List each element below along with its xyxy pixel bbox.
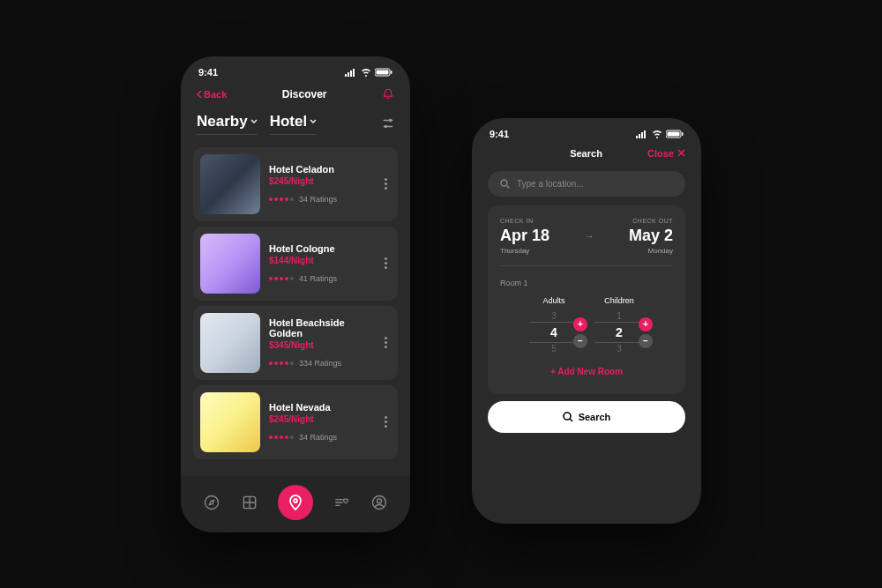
filter-bar: Nearby Hotel xyxy=(181,109,410,144)
status-time: 9:41 xyxy=(198,67,218,78)
search-button[interactable]: Search xyxy=(488,401,685,433)
chevron-down-icon xyxy=(250,119,258,123)
hotel-info: Hotel Beachside Golden $345/Night 334 Ra… xyxy=(269,317,372,368)
svg-point-13 xyxy=(501,180,507,186)
filter-nearby[interactable]: Nearby xyxy=(197,113,258,135)
rating-dots xyxy=(269,361,294,365)
status-time: 9:41 xyxy=(490,129,509,139)
add-room-button[interactable]: + Add New Room xyxy=(500,367,673,376)
children-counter[interactable]: Children 1 2 3 + − xyxy=(594,296,644,354)
hotel-name: Hotel Cologne xyxy=(269,243,372,254)
filter-nearby-label: Nearby xyxy=(197,113,248,130)
hotel-name: Hotel Beachside Golden xyxy=(269,317,372,339)
children-buttons: + − xyxy=(639,317,653,348)
sliders-icon[interactable] xyxy=(382,117,394,130)
adults-current: 4 xyxy=(529,322,579,343)
battery-icon xyxy=(375,68,392,77)
children-plus-button[interactable]: + xyxy=(639,317,653,331)
hotel-info: Hotel Nevada $245/Night 34 Ratings xyxy=(269,402,372,442)
svg-point-9 xyxy=(377,498,381,502)
location-input[interactable]: Type a location... xyxy=(488,171,685,197)
checkin-column[interactable]: CHECK IN Apr 18 Thursday xyxy=(500,218,549,255)
more-icon[interactable] xyxy=(381,257,391,269)
more-icon[interactable] xyxy=(381,416,391,428)
adults-plus-button[interactable]: + xyxy=(573,317,587,331)
location-button[interactable] xyxy=(278,485,313,520)
close-icon xyxy=(677,149,685,157)
hotel-card[interactable]: Hotel Nevada $245/Night 34 Ratings xyxy=(193,385,398,459)
checkin-date: Apr 18 xyxy=(500,227,549,245)
bell-icon[interactable] xyxy=(382,88,394,100)
add-room-label: + Add New Room xyxy=(550,367,623,376)
more-icon[interactable] xyxy=(381,337,391,348)
search-screen: 9:41 Search Close Type a location... CHE… xyxy=(472,118,701,524)
hotel-name: Hotel Nevada xyxy=(269,402,372,413)
checkout-date: May 2 xyxy=(629,227,673,245)
compass-icon[interactable] xyxy=(203,494,220,511)
grid-icon[interactable] xyxy=(241,494,258,511)
rating-count: 334 Ratings xyxy=(299,359,341,368)
rating-dots xyxy=(269,277,294,280)
hotel-price: $245/Night xyxy=(269,414,372,424)
children-label: Children xyxy=(594,296,644,305)
hotel-info: Hotel Cologne $144/Night 41 Ratings xyxy=(269,243,372,283)
adults-picker[interactable]: 3 4 5 xyxy=(529,310,579,354)
hotel-card[interactable]: Hotel Celadon $245/Night 34 Ratings xyxy=(193,147,398,221)
hotel-card[interactable]: Hotel Beachside Golden $345/Night 334 Ra… xyxy=(193,306,398,380)
nav-bar: Back Discover xyxy=(181,83,410,109)
filter-hotel[interactable]: Hotel xyxy=(270,113,318,135)
svg-rect-11 xyxy=(668,131,680,136)
children-current: 2 xyxy=(594,322,644,343)
close-button[interactable]: Close xyxy=(647,148,685,159)
arrow-right-icon: → xyxy=(584,230,594,242)
adults-minus-button[interactable]: − xyxy=(573,334,587,348)
search-icon xyxy=(563,412,573,422)
adults-buttons: + − xyxy=(573,317,587,348)
rating-dots xyxy=(269,435,294,439)
children-minus-button[interactable]: − xyxy=(639,334,653,348)
room-label: Room 1 xyxy=(500,279,673,287)
children-picker[interactable]: 1 2 3 xyxy=(594,310,644,354)
profile-icon[interactable] xyxy=(370,494,388,511)
checkout-column[interactable]: CHECK OUT May 2 Monday xyxy=(629,218,673,255)
hotel-info: Hotel Celadon $245/Night 34 Ratings xyxy=(269,164,372,204)
battery-icon xyxy=(666,130,684,138)
adults-prev: 3 xyxy=(551,310,557,322)
hotel-image xyxy=(200,154,260,214)
adults-label: Adults xyxy=(529,296,579,305)
hotel-price: $345/Night xyxy=(269,340,372,350)
counter-row: Adults 3 4 5 + − Children 1 2 3 xyxy=(500,296,673,354)
adults-next: 5 xyxy=(551,343,557,354)
back-button[interactable]: Back xyxy=(197,89,227,100)
back-label: Back xyxy=(204,89,227,100)
hotel-price: $144/Night xyxy=(269,256,372,265)
rating-row: 34 Ratings xyxy=(269,433,372,442)
svg-rect-1 xyxy=(377,70,389,74)
hotel-image xyxy=(200,392,260,452)
svg-rect-12 xyxy=(682,132,684,136)
signal-icon xyxy=(636,130,648,138)
input-placeholder: Type a location... xyxy=(517,179,584,189)
status-icons xyxy=(636,130,684,138)
adults-counter[interactable]: Adults 3 4 5 + − xyxy=(529,296,579,354)
rating-row: 334 Ratings xyxy=(269,359,372,368)
rating-count: 41 Ratings xyxy=(299,274,337,283)
favorites-icon[interactable] xyxy=(333,494,350,511)
children-next: 3 xyxy=(617,343,622,354)
svg-point-14 xyxy=(564,413,571,420)
svg-point-4 xyxy=(385,125,388,129)
booking-card: CHECK IN Apr 18 Thursday → CHECK OUT May… xyxy=(488,205,685,394)
search-icon xyxy=(500,179,510,189)
hotel-image xyxy=(200,313,260,373)
search-button-label: Search xyxy=(579,412,611,422)
page-title: Discover xyxy=(282,88,327,100)
svg-rect-2 xyxy=(391,71,392,74)
rating-count: 34 Ratings xyxy=(299,195,337,204)
hotel-card[interactable]: Hotel Cologne $144/Night 41 Ratings xyxy=(193,227,398,301)
page-title: Search xyxy=(570,148,602,159)
hotel-price: $245/Night xyxy=(269,176,372,186)
chevron-down-icon xyxy=(310,119,317,123)
more-icon[interactable] xyxy=(381,178,391,190)
rating-count: 34 Ratings xyxy=(299,433,337,442)
hotel-list[interactable]: Hotel Celadon $245/Night 34 Ratings Hote… xyxy=(181,144,410,463)
